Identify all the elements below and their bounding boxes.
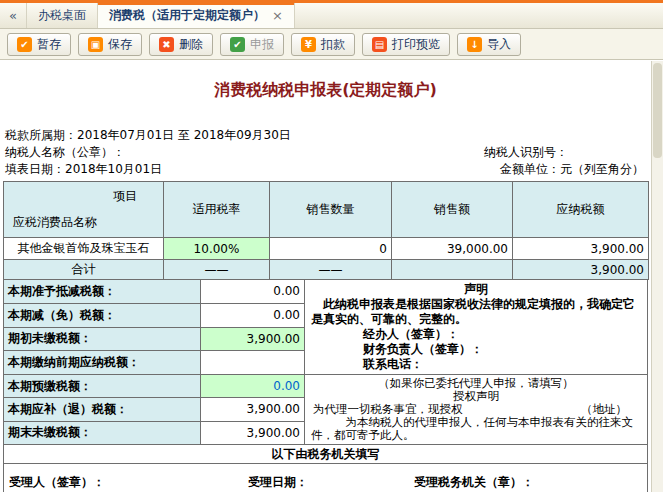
detail-label: 本期应补（退）税额： (4, 398, 201, 421)
authorization-line2: 为本纳税人的代理申报人，任何与本申报表有关的往来文件，都可寄予此人。 (311, 416, 641, 442)
tab-label: 消费税（适用于定期定额户） (109, 7, 265, 24)
detail-value: 3,900.00 (201, 398, 305, 421)
taxpayer-id-label: 纳税人识别号： (484, 144, 568, 161)
scrollbar-thumb[interactable] (653, 63, 662, 158)
tax-amount-cell: 3,900.00 (513, 238, 649, 260)
total-rate-cell: —— (164, 260, 270, 280)
button-label: 扣款 (321, 36, 345, 53)
detail-label: 期末未缴税额： (4, 421, 201, 444)
button-label: 保存 (108, 36, 132, 53)
print-preview-icon: ▤ (372, 37, 387, 52)
goods-name-cell: 其他金银首饰及珠宝玉石 (4, 238, 164, 260)
tax-authority-section: 以下由税务机关填写 受理人（签章）： 受理日期： 受理税务机关（章）： (3, 444, 648, 492)
button-label: 删除 (179, 36, 203, 53)
prepaid-tax-input[interactable]: 0.00 (201, 375, 305, 398)
tax-detail-table: 本期准予抵减税额： 0.00 声明 此纳税申报表是根据国家税收法律的规定填报的，… (3, 279, 648, 445)
total-sales-cell (392, 260, 513, 280)
corner-label-item: 项目 (113, 188, 137, 205)
contact-phone-label: 联系电话： (311, 357, 641, 372)
detail-label: 本期缴纳前期应纳税额： (4, 351, 201, 375)
total-quantity-cell: —— (270, 260, 392, 280)
close-tab-icon[interactable]: × (272, 8, 283, 23)
detail-value: 0.00 (201, 280, 305, 304)
form-content: 消费税纳税申报表(定期定额户) 税款所属期：2018年07月01日 至 2018… (0, 60, 651, 492)
toolbar: ✔ 暂存 ▣ 保存 ✖ 删除 ✔ 申报 ¥ 扣款 ▤ 打印预览 ↓ 导入 (0, 29, 663, 60)
form-meta: 税款所属期：2018年07月01日 至 2018年09月30日 纳税人名称（公章… (0, 127, 651, 178)
save-draft-icon: ✔ (17, 37, 32, 52)
tax-items-table: 项目 应税消费品名称 适用税率 销售数量 销售额 应纳税额 其他金银首饰及珠宝玉… (3, 181, 649, 280)
collapse-sidebar-button[interactable]: « (0, 3, 27, 28)
delete-icon: ✖ (159, 37, 174, 52)
tab-tax-desktop[interactable]: 办税桌面 (27, 3, 98, 28)
tab-label: 办税桌面 (38, 7, 86, 24)
column-header-sales: 销售额 (392, 182, 513, 238)
button-label: 导入 (487, 36, 511, 53)
taxpayer-name-label: 纳税人名称（公章）： (5, 144, 125, 161)
declaration-title: 声明 (311, 282, 641, 297)
column-header-tax: 应纳税额 (513, 182, 649, 238)
table-corner-header: 项目 应税消费品名称 (4, 182, 164, 238)
detail-value: 3,900.00 (201, 421, 305, 444)
finance-officer-label: 财务负责人（签章）： (311, 342, 641, 357)
button-label: 暂存 (37, 36, 61, 53)
declaration-box: 声明 此纳税申报表是根据国家税收法律的规定填报的，我确定它是真实的、可靠的、完整… (305, 280, 648, 375)
tax-rate-cell: 10.00% (164, 238, 270, 260)
corner-label-goods: 应税消费品名称 (13, 214, 97, 231)
acceptor-signature-label: 受理人（签章）： (9, 474, 105, 491)
total-tax-cell: 3,900.00 (513, 260, 649, 280)
handler-signature-label: 经办人（签章）： (311, 327, 641, 342)
import-icon: ↓ (467, 37, 482, 52)
accepting-authority-label: 受理税务机关（章）： (414, 474, 534, 491)
page-title: 消费税纳税申报表(定期定额户) (0, 80, 651, 101)
quantity-cell: 0 (270, 238, 392, 260)
detail-label: 本期预缴税额： (4, 375, 201, 398)
fill-date-text: 填表日期：2018年10月01日 (5, 161, 162, 178)
button-label: 申报 (250, 36, 274, 53)
declare-icon: ✔ (230, 37, 245, 52)
tab-consumption-tax[interactable]: 消费税（适用于定期定额户） × (98, 3, 295, 28)
tax-period-text: 税款所属期：2018年07月01日 至 2018年09月30日 (5, 127, 291, 144)
button-label: 打印预览 (392, 36, 440, 53)
save-button[interactable]: ▣ 保存 (78, 33, 142, 56)
sales-amount-cell: 39,000.00 (392, 238, 513, 260)
table-total-row: 合计 —— —— 3,900.00 (4, 260, 649, 280)
amount-unit-text: 金额单位：元（列至角分） (500, 161, 644, 178)
declare-button[interactable]: ✔ 申报 (220, 33, 284, 56)
detail-label: 本期准予抵减税额： (4, 280, 201, 304)
total-label-cell: 合计 (4, 260, 164, 280)
column-header-rate: 适用税率 (164, 182, 270, 238)
column-header-quantity: 销售数量 (270, 182, 392, 238)
print-preview-button[interactable]: ▤ 打印预览 (362, 33, 450, 56)
table-row: 其他金银首饰及珠宝玉石 10.00% 0 39,000.00 3,900.00 (4, 238, 649, 260)
detail-label: 期初未缴税额： (4, 327, 201, 351)
delete-button[interactable]: ✖ 删除 (149, 33, 213, 56)
deduct-button[interactable]: ¥ 扣款 (291, 33, 355, 56)
declaration-body: 此纳税申报表是根据国家税收法律的规定填报的，我确定它是真实的、可靠的、完整的。 (311, 297, 641, 327)
deduct-icon: ¥ (301, 37, 316, 52)
save-icon: ▣ (88, 37, 103, 52)
authorization-box: （如果你已委托代理人申报，请填写） 授权声明 为代理一切税务事宜，现授权 （地址… (305, 375, 648, 445)
authority-section-title: 以下由税务机关填写 (4, 445, 648, 464)
temp-save-button[interactable]: ✔ 暂存 (7, 33, 71, 56)
import-button[interactable]: ↓ 导入 (457, 33, 521, 56)
detail-value: 0.00 (201, 303, 305, 327)
detail-label: 本期减（免）税额： (4, 303, 201, 327)
acceptance-date-label: 受理日期： (248, 474, 308, 491)
detail-value: 3,900.00 (201, 327, 305, 351)
detail-value (201, 351, 305, 375)
tab-bar: « 办税桌面 消费税（适用于定期定额户） × (0, 3, 663, 29)
vertical-scrollbar[interactable] (651, 61, 663, 492)
